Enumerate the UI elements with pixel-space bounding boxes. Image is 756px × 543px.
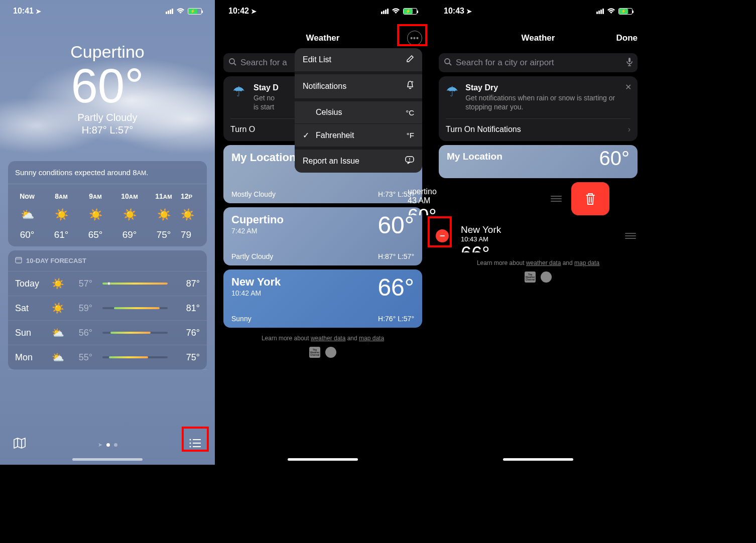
battery-icon: ⚡ bbox=[403, 8, 417, 15]
location-page-icon: ➤ bbox=[98, 442, 102, 448]
attribution-text: Learn more about weather data and map da… bbox=[215, 335, 430, 342]
wifi-icon bbox=[176, 7, 185, 16]
hourly-row[interactable]: Now⛅60°8AM☀️61°9AM☀️65°10AM☀️69°11AM☀️75… bbox=[8, 184, 207, 246]
card-time: 43 AM bbox=[408, 196, 534, 205]
location-card[interactable]: New York10:42 AM66°SunnyH:76° L:57° bbox=[223, 269, 422, 328]
wifi-icon bbox=[392, 7, 400, 16]
hourly-column: Now⛅60° bbox=[10, 189, 44, 246]
svg-point-8 bbox=[229, 59, 234, 64]
promo-subtitle: Get nois start bbox=[254, 93, 279, 111]
promo-title: Stay D bbox=[254, 83, 279, 92]
attribution-logos: TheWeatherChannel bbox=[215, 347, 430, 358]
wifi-icon bbox=[607, 7, 615, 16]
search-placeholder: Search for a city or airport bbox=[456, 58, 622, 68]
highlight-annotation bbox=[182, 427, 209, 452]
highlight-annotation bbox=[428, 216, 452, 247]
svg-line-9 bbox=[234, 63, 236, 65]
menu-edit-list[interactable]: Edit List bbox=[295, 48, 422, 74]
home-indicator[interactable] bbox=[288, 458, 358, 461]
status-bar: 10:43 ➤ ⚡ bbox=[431, 0, 646, 22]
svg-point-14 bbox=[445, 59, 450, 64]
search-field[interactable]: Search for a city or airport bbox=[439, 53, 638, 72]
attribution-text: Learn more about weather data and map da… bbox=[431, 259, 646, 266]
weather-detail-panel: 10:41 ➤ ⚡ Cupertino 60° Partly Cloudy H:… bbox=[0, 0, 215, 465]
hourly-column: 8AM☀️61° bbox=[44, 189, 78, 246]
turn-on-notifications-button[interactable]: Turn On Notifications › bbox=[446, 118, 631, 134]
reorder-handle[interactable] bbox=[623, 233, 638, 239]
cellular-signal-icon bbox=[381, 9, 389, 14]
menu-notifications[interactable]: Notifications bbox=[295, 74, 422, 101]
status-time: 10:42 bbox=[228, 7, 249, 16]
svg-point-13 bbox=[409, 160, 410, 161]
status-bar: 10:41 ➤ ⚡ bbox=[0, 0, 215, 22]
card-title: New York bbox=[461, 224, 610, 235]
home-indicator[interactable] bbox=[503, 458, 573, 461]
page-indicator[interactable]: ➤ bbox=[98, 442, 117, 448]
weather-data-link[interactable]: weather data bbox=[526, 259, 561, 266]
current-temperature: 60° bbox=[0, 62, 215, 110]
chevron-right-icon: › bbox=[628, 125, 631, 134]
notification-promo-card[interactable]: ☂ Stay Dry Get notifications when rain o… bbox=[439, 76, 638, 141]
hourly-column: 9AM☀️65° bbox=[78, 189, 112, 246]
location-card[interactable]: Cupertino7:42 AM60°Partly CloudyH:87° L:… bbox=[223, 207, 422, 265]
forecast-day-row[interactable]: Mon⛅55°75° bbox=[8, 345, 207, 370]
nav-title: Weather bbox=[306, 33, 340, 43]
map-data-link[interactable]: map data bbox=[574, 259, 599, 266]
weather-data-link[interactable]: weather data bbox=[311, 335, 345, 342]
location-arrow-icon: ➤ bbox=[466, 8, 472, 15]
reorder-handle[interactable] bbox=[546, 196, 566, 202]
status-time: 10:41 bbox=[13, 7, 34, 16]
celsius-unit-label: °C bbox=[406, 108, 414, 117]
svg-rect-0 bbox=[16, 257, 22, 263]
weather-channel-logo: TheWeatherChannel bbox=[525, 272, 536, 283]
microphone-icon[interactable] bbox=[626, 57, 633, 68]
home-indicator[interactable] bbox=[72, 458, 143, 461]
weather-channel-logo: TheWeatherChannel bbox=[309, 347, 320, 358]
card-temp: 66° bbox=[461, 243, 610, 252]
map-data-link[interactable]: map data bbox=[359, 335, 384, 342]
highlight-annotation bbox=[397, 24, 427, 46]
condition-text: Partly Cloudy bbox=[0, 112, 215, 123]
done-button[interactable]: Done bbox=[616, 33, 638, 43]
city-list-panel-menu: 10:42 ➤ ⚡ Weather ••• Search for a ☂ Sta… bbox=[215, 0, 430, 465]
menu-report-issue[interactable]: Report an Issue bbox=[295, 150, 422, 173]
ten-day-forecast-card[interactable]: 10-DAY FORECAST Today☀️57°87°Sat☀️59°81°… bbox=[8, 250, 207, 370]
nav-header: Weather Done bbox=[431, 27, 646, 49]
svg-line-15 bbox=[449, 63, 451, 65]
close-icon[interactable]: ✕ bbox=[625, 82, 632, 92]
promo-title: Stay Dry bbox=[465, 83, 631, 92]
edit-city-row[interactable]: − New York 10:43 AM 66° bbox=[431, 219, 646, 252]
location-card-my-location[interactable]: My Location 60° bbox=[439, 145, 638, 178]
forecast-day-row[interactable]: Today☀️57°87° bbox=[8, 272, 207, 296]
status-time: 10:43 bbox=[444, 7, 464, 16]
checkmark-icon: ✓ bbox=[303, 130, 311, 140]
breezometer-logo bbox=[325, 347, 336, 358]
hourly-column: 12P☀️79 bbox=[181, 189, 196, 246]
nav-title: Weather bbox=[522, 33, 555, 43]
delete-button[interactable] bbox=[571, 182, 609, 215]
forecast-header-label: 10-DAY FORECAST bbox=[26, 257, 86, 264]
card-temp: 60° bbox=[408, 205, 534, 215]
calendar-icon bbox=[15, 256, 22, 265]
battery-icon: ⚡ bbox=[618, 8, 633, 15]
menu-fahrenheit[interactable]: ✓Fahrenheit °F bbox=[295, 124, 422, 150]
menu-celsius[interactable]: Celsius °C bbox=[295, 101, 422, 124]
swiped-city-row[interactable]: upertino 43 AM 60° bbox=[401, 182, 646, 215]
location-arrow-icon: ➤ bbox=[251, 8, 257, 15]
map-button[interactable] bbox=[13, 437, 26, 452]
location-card-new-york[interactable]: New York 10:43 AM 66° bbox=[454, 219, 617, 252]
svg-line-10 bbox=[412, 81, 413, 82]
magnifying-glass-icon bbox=[228, 58, 236, 68]
status-bar: 10:42 ➤ ⚡ bbox=[215, 0, 430, 22]
card-temp: 60° bbox=[599, 147, 630, 170]
bell-icon bbox=[406, 81, 414, 92]
options-menu: Edit List Notifications Celsius °C ✓Fahr… bbox=[295, 48, 422, 173]
svg-rect-16 bbox=[628, 58, 631, 62]
forecast-day-row[interactable]: Sun⛅56°76° bbox=[8, 321, 207, 345]
cellular-signal-icon bbox=[596, 9, 604, 14]
magnifying-glass-icon bbox=[444, 58, 452, 68]
hourly-column: 11AM☀️75° bbox=[147, 189, 181, 246]
battery-icon: ⚡ bbox=[188, 8, 202, 15]
forecast-day-row[interactable]: Sat☀️59°81° bbox=[8, 296, 207, 321]
location-card-cupertino[interactable]: upertino 43 AM 60° bbox=[401, 182, 541, 215]
